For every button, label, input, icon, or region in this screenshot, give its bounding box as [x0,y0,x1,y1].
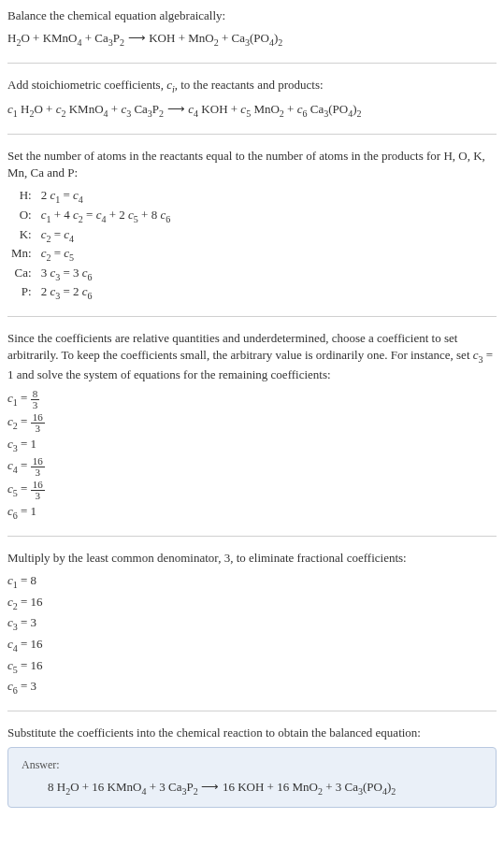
atom-balance-table: H: 2 c1 = c4 O: c1 + 4 c2 = c4 + 2 c5 + … [11,187,170,303]
coeff-c5: c5 = 163 [7,480,497,501]
divider [7,711,497,711]
int-c1: c1 = 8 [7,572,497,592]
coeff-c4: c4 = 163 [7,456,497,478]
atom-balance-title: Set the number of atoms in the reactants… [7,148,497,181]
atom-row-o: O: c1 + 4 c2 = c4 + 2 c5 + 8 c6 [11,207,170,226]
section-balance: Balance the chemical equation algebraica… [7,7,497,50]
coeff-c6: c6 = 1 [7,503,497,523]
atom-row-k: K: c2 = c4 [11,226,170,246]
divider [7,536,497,537]
int-c6: c6 = 3 [7,678,497,697]
unbalanced-equation: H2O + KMnO4 + Ca3P2 ⟶ KOH + MnO2 + Ca3(P… [7,30,497,50]
int-c4: c4 = 16 [7,636,497,655]
answer-box: Answer: 8 H2O + 16 KMnO4 + 3 Ca3P2 ⟶ 16 … [7,747,497,808]
atom-row-ca: Ca: 3 c3 = 3 c6 [11,265,170,284]
section-fractional: Since the coefficients are relative quan… [7,330,497,523]
coeff-c3: c3 = 1 [7,436,497,455]
int-c3: c3 = 3 [7,614,497,634]
eq-h2o: H [7,31,16,45]
balance-title: Balance the chemical equation algebraica… [7,7,497,24]
section-atom-balance: Set the number of atoms in the reactants… [7,148,497,303]
atom-row-h: H: 2 c1 = c4 [11,187,170,207]
section-add-coefficients: Add stoichiometric coefficients, ci, to … [7,77,497,121]
answer-label: Answer: [22,757,482,773]
fractional-title: Since the coefficients are relative quan… [7,330,497,383]
fractional-coefficients: c1 = 83 c2 = 163 c3 = 1 c4 = 163 c5 = 16… [7,389,497,523]
integer-coefficients: c1 = 8 c2 = 16 c3 = 3 c4 = 16 c5 = 16 c6… [7,572,497,697]
atom-row-mn: Mn: c2 = c5 [11,245,170,265]
int-c5: c5 = 16 [7,657,497,677]
add-coeff-title: Add stoichiometric coefficients, ci, to … [7,77,497,96]
coeff-c1: c1 = 83 [7,389,497,410]
section-integer: Multiply by the least common denominator… [7,550,497,697]
answer-title: Substitute the coefficients into the che… [7,725,497,741]
atom-row-p: P: 2 c3 = 2 c6 [11,283,170,303]
coeff-c2: c2 = 163 [7,412,497,434]
divider [7,134,497,135]
balanced-equation: 8 H2O + 16 KMnO4 + 3 Ca3P2 ⟶ 16 KOH + 16… [22,779,482,798]
divider [7,316,497,317]
integer-title: Multiply by the least common denominator… [7,550,497,567]
section-answer: Substitute the coefficients into the che… [7,725,497,809]
int-c2: c2 = 16 [7,594,497,613]
divider [7,63,497,64]
coefficient-equation: c1 H2O + c2 KMnO4 + c3 Ca3P2 ⟶ c4 KOH + … [7,101,497,121]
